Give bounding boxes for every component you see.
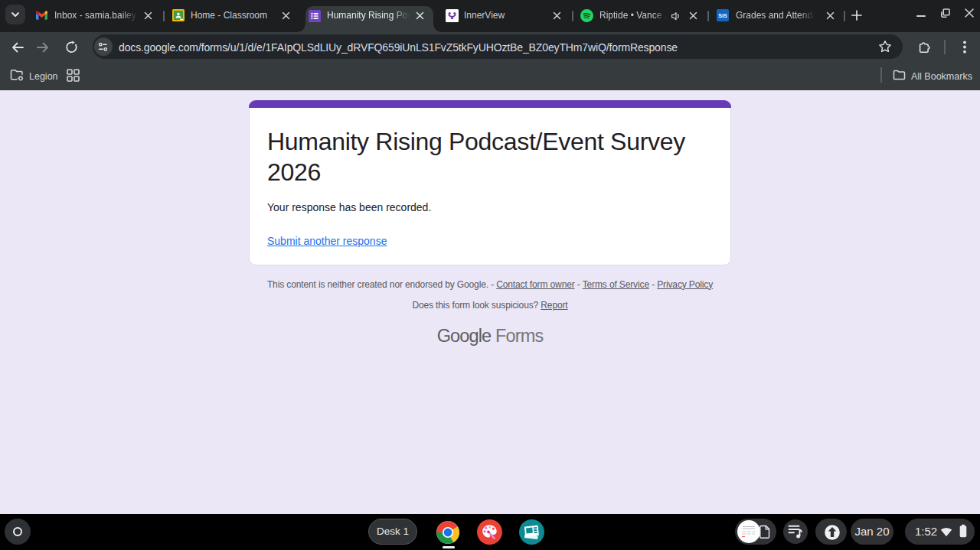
svg-text:SiS: SiS — [718, 13, 727, 18]
